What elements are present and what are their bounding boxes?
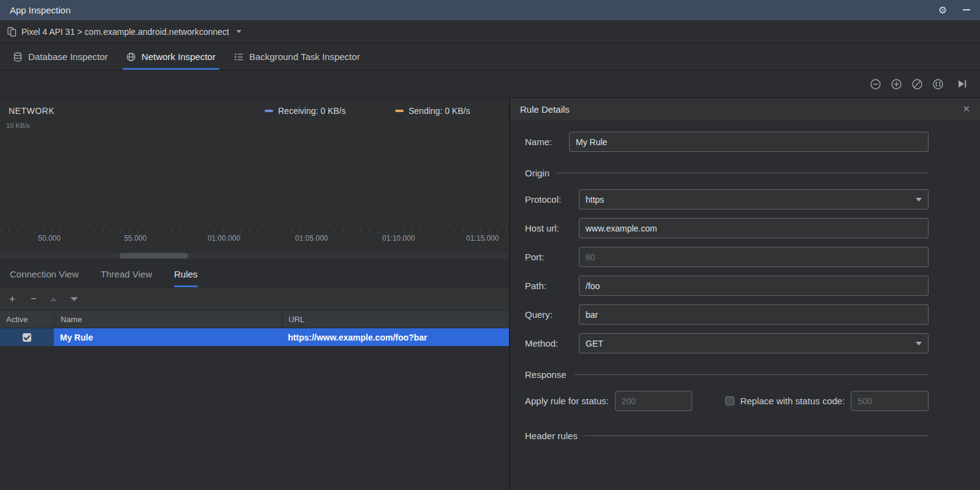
timeline-axis: 50.000 55.000 01:00.000 01:05.000 01:10.… bbox=[0, 230, 509, 246]
chevron-down-icon bbox=[916, 198, 922, 202]
replace-status-label: Replace with status code: bbox=[740, 396, 845, 406]
query-input[interactable] bbox=[579, 304, 929, 325]
profiler-toolbar bbox=[0, 70, 980, 98]
remove-rule-button[interactable]: − bbox=[31, 294, 36, 304]
legend-receiving-label: Receiving: 0 KB/s bbox=[278, 106, 346, 116]
titlebar: App Inspection ⚙ bbox=[0, 0, 980, 20]
tab-background-label: Background Task Inspector bbox=[249, 51, 360, 62]
rule-details-title: Rule Details bbox=[520, 104, 570, 115]
tab-background-task-inspector[interactable]: Background Task Inspector bbox=[225, 43, 369, 70]
task-list-icon bbox=[234, 52, 244, 62]
tab-thread-label: Thread View bbox=[100, 269, 152, 279]
zoom-out-icon[interactable] bbox=[870, 78, 881, 90]
column-header-url[interactable]: URL bbox=[282, 311, 509, 328]
tick-label: 01:00.000 bbox=[208, 234, 240, 243]
host-row: Host url: bbox=[525, 218, 929, 238]
name-label: Name: bbox=[525, 137, 569, 147]
skip-to-end-icon[interactable] bbox=[957, 78, 968, 89]
horizontal-scrollbar[interactable] bbox=[0, 253, 509, 258]
table-row[interactable]: My Rule https://www.example.com/foo?bar bbox=[0, 328, 509, 346]
tab-connection-label: Connection View bbox=[10, 269, 78, 279]
tab-rules[interactable]: Rules bbox=[174, 261, 197, 287]
chart-title: NETWORK bbox=[9, 106, 55, 116]
name-row: Name: bbox=[525, 132, 929, 152]
move-up-button[interactable] bbox=[50, 297, 57, 301]
protocol-row: Protocol: https bbox=[525, 189, 929, 209]
sending-swatch-icon bbox=[395, 110, 404, 112]
minimize-icon[interactable] bbox=[963, 9, 970, 10]
rule-details-body: Name: Origin Protocol: https Host url: bbox=[510, 121, 980, 490]
protocol-label: Protocol: bbox=[525, 194, 579, 205]
tick-label: 01:15.000 bbox=[466, 234, 499, 243]
zoom-in-icon[interactable] bbox=[891, 78, 902, 90]
legend-sending: Sending: 0 KB/s bbox=[395, 106, 470, 116]
add-rule-button[interactable]: ＋ bbox=[7, 294, 17, 304]
column-header-active[interactable]: Active bbox=[0, 315, 54, 324]
protocol-dropdown[interactable]: https bbox=[579, 189, 929, 209]
port-label: Port: bbox=[525, 252, 579, 262]
header-rules-section-label: Header rules bbox=[525, 431, 578, 441]
scrollbar-thumb[interactable] bbox=[119, 253, 188, 258]
tab-network-inspector[interactable]: Network Inspector bbox=[117, 43, 225, 70]
port-row: Port: bbox=[525, 247, 929, 267]
response-section-label: Response bbox=[525, 369, 567, 380]
tab-database-label: Database Inspector bbox=[28, 51, 108, 62]
apply-status-label: Apply rule for status: bbox=[525, 396, 609, 406]
tab-database-inspector[interactable]: Database Inspector bbox=[4, 43, 117, 70]
column-header-name[interactable]: Name bbox=[54, 311, 282, 328]
chart-y-axis-label: 10 KB/s bbox=[6, 122, 30, 129]
tab-thread-view[interactable]: Thread View bbox=[100, 261, 152, 287]
header-rules-section-header: Header rules bbox=[525, 431, 929, 441]
tab-network-label: Network Inspector bbox=[141, 51, 216, 62]
tab-rules-label: Rules bbox=[174, 269, 197, 279]
database-icon bbox=[13, 52, 23, 62]
legend-receiving: Receiving: 0 KB/s bbox=[265, 106, 346, 116]
network-chart[interactable]: NETWORK 10 KB/s Receiving: 0 KB/s Sendin… bbox=[0, 98, 509, 261]
origin-section-label: Origin bbox=[525, 168, 549, 178]
section-divider bbox=[574, 374, 929, 375]
device-process-selector[interactable]: Pixel 4 API 31 > com.example.android.net… bbox=[21, 27, 229, 37]
port-input[interactable] bbox=[579, 247, 929, 267]
globe-icon bbox=[126, 52, 136, 62]
apply-status-input[interactable] bbox=[615, 391, 693, 411]
zoom-to-fit-icon[interactable] bbox=[932, 78, 944, 90]
rule-active-checkbox[interactable] bbox=[23, 333, 31, 342]
path-row: Path: bbox=[525, 276, 929, 296]
receiving-swatch-icon bbox=[265, 110, 273, 112]
reset-zoom-icon[interactable] bbox=[911, 78, 923, 90]
rule-name-cell[interactable]: My Rule bbox=[54, 328, 282, 346]
view-tab-bar: Connection View Thread View Rules bbox=[0, 261, 509, 288]
close-icon[interactable]: ✕ bbox=[962, 104, 970, 115]
rule-details-panel: Rule Details ✕ Name: Origin Protocol: ht… bbox=[510, 98, 980, 490]
protocol-value: https bbox=[586, 195, 604, 205]
rules-table-empty-area bbox=[0, 346, 509, 490]
tick-marks bbox=[0, 230, 509, 233]
tick-label: 55.000 bbox=[124, 234, 147, 243]
response-section-header: Response bbox=[525, 369, 929, 380]
tick-label: 01:05.000 bbox=[295, 234, 328, 243]
replace-status-checkbox[interactable] bbox=[725, 396, 734, 405]
host-input[interactable] bbox=[579, 218, 929, 238]
move-down-button[interactable] bbox=[70, 297, 78, 301]
tick-label: 50.000 bbox=[38, 234, 61, 243]
app-inspection-window: App Inspection ⚙ Pixel 4 API 31 > com.ex… bbox=[0, 0, 980, 490]
name-input[interactable] bbox=[569, 132, 929, 152]
tab-connection-view[interactable]: Connection View bbox=[10, 261, 78, 287]
path-input[interactable] bbox=[579, 276, 929, 296]
method-row: Method: GET bbox=[525, 333, 929, 353]
rule-url-cell[interactable]: https://www.example.com/foo?bar bbox=[282, 328, 509, 346]
path-label: Path: bbox=[525, 281, 579, 291]
rule-details-header: Rule Details ✕ bbox=[510, 98, 980, 121]
section-divider bbox=[557, 173, 929, 173]
rules-toolbar: ＋ − bbox=[0, 288, 509, 311]
inspector-tab-bar: Database Inspector Network Inspector Bac… bbox=[0, 43, 980, 70]
chevron-down-icon[interactable] bbox=[236, 30, 241, 33]
content-split: NETWORK 10 KB/s Receiving: 0 KB/s Sendin… bbox=[0, 98, 980, 490]
replace-status-input[interactable] bbox=[851, 391, 929, 411]
method-value: GET bbox=[586, 339, 603, 349]
response-status-row: Apply rule for status: Replace with stat… bbox=[525, 391, 929, 411]
settings-gear-icon[interactable]: ⚙ bbox=[938, 4, 947, 16]
method-dropdown[interactable]: GET bbox=[579, 333, 929, 353]
query-row: Query: bbox=[525, 304, 929, 325]
method-label: Method: bbox=[525, 338, 579, 349]
